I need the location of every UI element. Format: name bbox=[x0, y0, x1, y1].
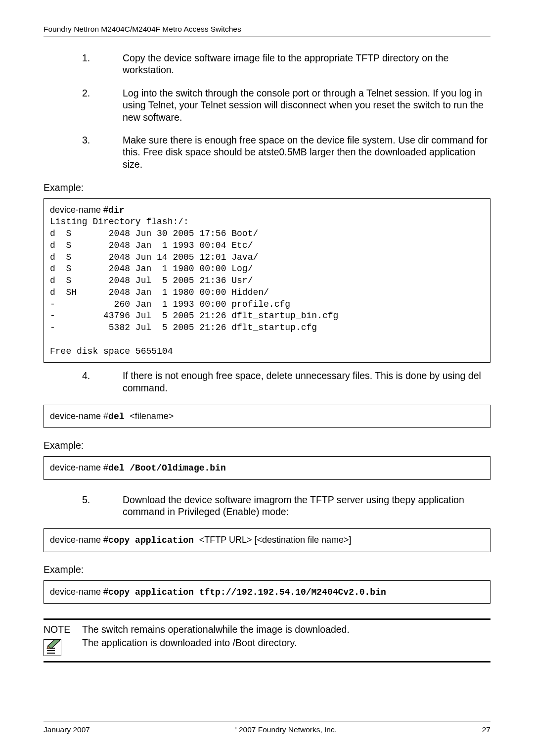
footer-page-number: 27 bbox=[482, 725, 490, 734]
running-header: Foundry NetIron M2404C/M2404F Metro Acce… bbox=[44, 25, 490, 34]
cli-prompt: device-name # bbox=[50, 463, 108, 472]
example-label: Example: bbox=[44, 440, 490, 451]
step-number: 1. bbox=[82, 52, 123, 76]
step-list-top: 1. Copy the device software image file t… bbox=[82, 52, 490, 170]
list-item: 3. Make sure there is enough free space … bbox=[82, 134, 490, 170]
cli-command: dir bbox=[108, 205, 124, 215]
header-rule bbox=[44, 37, 490, 37]
step-text: If there is not enough free space, delet… bbox=[123, 370, 490, 394]
step-number: 4. bbox=[82, 370, 123, 394]
cli-command: copy application tftp://192.192.54.10/M2… bbox=[108, 587, 386, 597]
code-box-copy-syntax: device-name #copy application <TFTP URL>… bbox=[44, 528, 490, 552]
step-number: 3. bbox=[82, 134, 123, 170]
code-box-dir: device-name #dir Listing Directory flash… bbox=[44, 198, 490, 363]
footer-rule bbox=[44, 721, 490, 721]
note-icon-cell bbox=[44, 636, 82, 656]
note-rule-top bbox=[44, 618, 490, 620]
example-label: Example: bbox=[44, 564, 490, 575]
cli-prompt: device-name # bbox=[50, 411, 108, 421]
cli-command: copy application bbox=[108, 535, 199, 545]
cli-prompt: device-name # bbox=[50, 587, 108, 597]
footer-date: January 2007 bbox=[44, 725, 90, 734]
cli-arg: <TFTP URL> [<destination file name>] bbox=[199, 535, 352, 545]
footer-copyright: ' 2007 Foundry Networks, Inc. bbox=[235, 725, 337, 734]
cli-output: Listing Directory flash:/: d S 2048 Jun … bbox=[50, 216, 484, 357]
note-row: The application is downloaded into /Boot… bbox=[44, 636, 490, 656]
cli-arg: <filename> bbox=[130, 411, 174, 421]
cli-prompt: device-name # bbox=[50, 205, 108, 215]
note-line-1: The switch remains operationalwhile the … bbox=[82, 623, 350, 636]
list-item: 4. If there is not enough free space, de… bbox=[82, 370, 490, 394]
page-footer: January 2007 ' 2007 Foundry Networks, In… bbox=[44, 721, 490, 734]
step-text: Make sure there is enough free space on … bbox=[123, 134, 490, 170]
notepad-icon bbox=[44, 639, 61, 656]
cli-prompt: device-name # bbox=[50, 535, 108, 545]
note-line-2: The application is downloaded into /Boot… bbox=[82, 636, 297, 656]
code-box-del-syntax: device-name #del <filename> bbox=[44, 405, 490, 428]
footer-row: January 2007 ' 2007 Foundry Networks, In… bbox=[44, 725, 490, 734]
list-item: 1. Copy the device software image file t… bbox=[82, 52, 490, 76]
step-text: Download the device software imagrom the… bbox=[123, 494, 490, 518]
example-label: Example: bbox=[44, 182, 490, 193]
note-rule-bottom bbox=[44, 661, 490, 662]
cli-command: del /Boot/Oldimage.bin bbox=[108, 463, 226, 473]
document-page: Foundry NetIron M2404C/M2404F Metro Acce… bbox=[0, 0, 534, 756]
cli-command: del bbox=[108, 412, 130, 422]
step-list-5: 5. Download the device software imagrom … bbox=[82, 494, 490, 518]
note-tag: NOTE bbox=[44, 623, 82, 636]
step-number: 5. bbox=[82, 494, 123, 518]
step-text: Log into the switch through the console … bbox=[123, 87, 490, 123]
step-list-4: 4. If there is not enough free space, de… bbox=[82, 370, 490, 394]
list-item: 2. Log into the switch through the conso… bbox=[82, 87, 490, 123]
step-number: 2. bbox=[82, 87, 123, 123]
list-item: 5. Download the device software imagrom … bbox=[82, 494, 490, 518]
code-box-copy-example: device-name #copy application tftp://192… bbox=[44, 580, 490, 604]
note-block: NOTE The switch remains operationalwhile… bbox=[44, 618, 490, 662]
note-row: NOTE The switch remains operationalwhile… bbox=[44, 623, 490, 636]
code-box-del-example: device-name #del /Boot/Oldimage.bin bbox=[44, 456, 490, 479]
step-text: Copy the device software image file to t… bbox=[123, 52, 490, 76]
